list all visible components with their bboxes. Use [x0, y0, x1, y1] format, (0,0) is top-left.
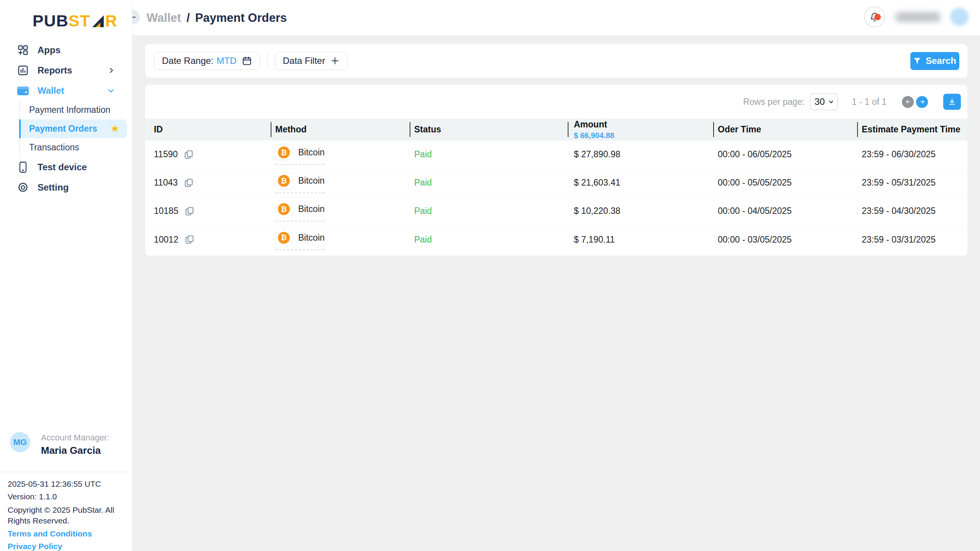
estimate-time-value: 23:59 - 06/30/2025	[862, 149, 936, 160]
table-header-row: ID Method Status Amount $ 66,904.88 Oder…	[145, 119, 967, 140]
download-button[interactable]	[943, 94, 961, 110]
order-id: 10012	[154, 235, 178, 245]
topbar: Wallet / Payment Orders	[132, 0, 980, 36]
arrow-left-icon	[905, 99, 911, 105]
column-header-amount: Amount $ 66,904.88	[568, 119, 713, 140]
payment-method-chip[interactable]: ₿ Bitcoin	[275, 144, 325, 165]
account-manager-block: MG Account Manager: Maria Garcia	[10, 432, 126, 456]
copy-icon[interactable]	[184, 150, 194, 160]
cell-id: 11590	[145, 140, 271, 168]
sidebar-item-wallet[interactable]: Wallet	[0, 80, 132, 101]
column-header-status: Status	[410, 119, 568, 140]
sidebar-item-label: Wallet	[38, 85, 64, 96]
copy-icon[interactable]	[184, 178, 194, 188]
table-row: 10012 ₿ Bitcoin Paid $ 7,190.11	[145, 225, 967, 254]
cell-amount: $ 10,220.38	[568, 197, 713, 225]
wallet-submenu: Payment Information Payment Orders ★ Tra…	[19, 101, 132, 157]
rows-per-page-value: 30	[815, 96, 825, 107]
filter-funnel-icon	[913, 57, 921, 65]
bitcoin-badge: ₿	[275, 172, 292, 189]
estimate-time-value: 23:59 - 03/31/2025	[862, 235, 936, 245]
amount-value: $ 27,890.98	[574, 149, 621, 160]
privacy-link[interactable]: Privacy Policy	[8, 542, 127, 551]
payment-method-chip[interactable]: ₿ Bitcoin	[275, 229, 325, 250]
plus-icon	[330, 56, 340, 65]
account-manager-label: Account Manager:	[41, 433, 109, 443]
sidebar-item-setting[interactable]: Setting	[0, 177, 132, 197]
date-range-label: Date Range:	[162, 55, 214, 66]
user-avatar[interactable]	[950, 8, 969, 26]
pubstar-logo: PUBSTR	[33, 11, 118, 30]
date-range-value: MTD	[217, 55, 237, 66]
notification-bell-button[interactable]	[864, 7, 885, 28]
order-id: 11590	[154, 149, 178, 160]
order-time-value: 00:00 - 04/05/2025	[718, 206, 792, 216]
pagination-range: 1 - 1 of 1	[852, 97, 887, 107]
status-badge: Paid	[414, 178, 432, 188]
next-page-button[interactable]	[916, 96, 928, 108]
cell-status: Paid	[410, 225, 568, 254]
cell-method: ₿ Bitcoin	[271, 169, 410, 197]
logo-a-icon	[91, 14, 105, 28]
bitcoin-icon: ₿	[278, 147, 290, 158]
breadcrumb: Wallet / Payment Orders	[147, 0, 287, 36]
sidebar-item-test-device[interactable]: Test device	[0, 157, 132, 177]
order-time-value: 00:00 - 06/05/2025	[718, 149, 792, 160]
bitcoin-icon: ₿	[278, 203, 290, 215]
method-name: Bitcoin	[298, 233, 325, 243]
sidebar-item-reports[interactable]: Reports	[0, 60, 132, 80]
rows-per-page-select[interactable]: 30	[810, 94, 838, 110]
logo-text-pub: PUB	[33, 11, 69, 30]
sidebar-item-payment-information[interactable]: Payment Information	[20, 101, 132, 119]
cell-id: 10012	[145, 225, 271, 254]
logo-text-st: ST	[69, 11, 90, 30]
favorite-star-icon[interactable]: ★	[110, 124, 119, 134]
data-filter-button[interactable]: Data Filter	[275, 52, 348, 70]
column-header-estimate-time: Estimate Payment Time	[857, 119, 967, 140]
copy-icon[interactable]	[185, 206, 194, 216]
terms-link[interactable]: Terms and Conditions	[8, 529, 127, 538]
logo-text-r: R	[105, 11, 118, 30]
cell-method: ₿ Bitcoin	[271, 225, 410, 254]
footer-copyright: Copyright © 2025 PubStar. All Rights Res…	[8, 505, 127, 526]
data-filter-label: Data Filter	[283, 55, 325, 66]
account-manager-name: Maria Garcia	[41, 445, 109, 456]
cell-estimate-time: 23:59 - 04/30/2025	[857, 197, 967, 225]
cell-amount: $ 21,603.41	[568, 169, 713, 197]
wallet-icon	[17, 85, 29, 96]
date-range-button[interactable]: Date Range: MTD	[154, 52, 260, 70]
search-button[interactable]: Search	[910, 52, 959, 70]
rows-per-page-label: Rows per page:	[743, 97, 805, 107]
pagination-bar: Rows per page: 30 1 - 1 of 1	[145, 85, 967, 119]
cell-status: Paid	[410, 140, 568, 168]
cell-estimate-time: 23:59 - 06/30/2025	[857, 140, 967, 168]
copy-icon[interactable]	[185, 235, 194, 245]
chevron-down-icon	[108, 87, 114, 94]
calendar-icon	[242, 56, 252, 66]
column-header-order-time: Oder Time	[713, 119, 857, 140]
notification-dot	[874, 14, 881, 20]
estimate-time-value: 23:59 - 04/30/2025	[862, 206, 936, 216]
column-header-method: Method	[271, 119, 410, 140]
bitcoin-badge: ₿	[275, 144, 292, 161]
method-name: Bitcoin	[298, 176, 325, 186]
search-button-label: Search	[926, 55, 956, 66]
bitcoin-icon: ₿	[278, 232, 290, 244]
amount-header-label: Amount	[574, 119, 713, 130]
sidebar-item-label: Test device	[38, 162, 87, 173]
prev-page-button[interactable]	[902, 96, 914, 108]
amount-value: $ 10,220.38	[574, 206, 621, 216]
sidebar-item-transactions[interactable]: Transactions	[20, 138, 132, 157]
payment-method-chip[interactable]: ₿ Bitcoin	[275, 201, 325, 222]
payment-method-chip[interactable]: ₿ Bitcoin	[275, 172, 325, 193]
breadcrumb-wallet[interactable]: Wallet	[147, 11, 181, 25]
sidebar-item-label: Apps	[38, 45, 60, 55]
sidebar-item-payment-orders[interactable]: Payment Orders ★	[20, 119, 127, 138]
table-row: 11590 ₿ Bitcoin Paid $ 27,890.98	[145, 140, 967, 169]
sidebar-item-apps[interactable]: Apps	[0, 40, 132, 60]
order-time-value: 00:00 - 03/05/2025	[718, 235, 792, 245]
order-time-value: 00:00 - 05/05/2025	[718, 178, 792, 188]
amount-value: $ 7,190.11	[574, 235, 615, 245]
order-id: 10185	[154, 206, 178, 216]
bar-chart-icon	[17, 65, 29, 76]
